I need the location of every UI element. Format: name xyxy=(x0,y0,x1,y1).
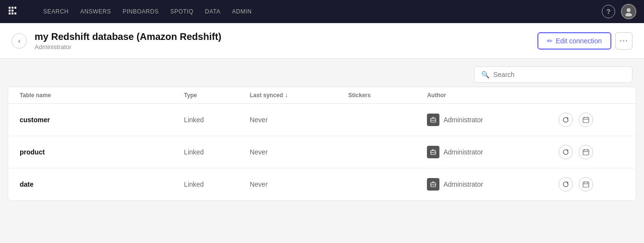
help-button[interactable]: ? xyxy=(602,5,615,18)
table-row: customer Linked Never Administrator xyxy=(8,104,636,136)
nav-right: ? xyxy=(602,4,636,19)
content-area: 🔍 Table name Type Last synced ↓ Stickers… xyxy=(0,59,644,201)
top-nav: Search Answers Pinboards SpotIQ Data Adm… xyxy=(0,0,644,23)
edit-connection-button[interactable]: ✏ Edit connection xyxy=(537,32,611,50)
nav-spotiq[interactable]: SpotIQ xyxy=(165,5,198,18)
col-header-author: Author xyxy=(427,92,559,99)
col-header-actions xyxy=(559,92,624,99)
page-title: my Redshift database (Amazon Redshift) xyxy=(35,31,537,42)
action-icons-1 xyxy=(559,145,593,159)
page-header: ‹ my Redshift database (Amazon Redshift)… xyxy=(0,23,644,59)
cell-author-1: Administrator xyxy=(427,146,559,158)
svg-rect-7 xyxy=(14,13,16,14)
sync-button-2[interactable] xyxy=(559,177,573,192)
nav-pinboards[interactable]: Pinboards xyxy=(118,5,163,18)
calendar-button-1[interactable] xyxy=(579,145,593,159)
more-options-button[interactable]: ··· xyxy=(615,32,632,50)
calendar-button-2[interactable] xyxy=(579,177,593,192)
back-arrow-icon: ‹ xyxy=(18,37,21,45)
col-header-type: Type xyxy=(184,92,250,99)
cell-author-0: Administrator xyxy=(427,114,559,126)
user-avatar[interactable] xyxy=(621,4,636,19)
cell-author-2: Administrator xyxy=(427,178,559,191)
nav-search[interactable]: Search xyxy=(38,5,73,18)
pencil-icon: ✏ xyxy=(547,37,553,45)
cell-table-name-0: customer xyxy=(20,116,184,124)
page-subtitle: Administrator xyxy=(35,43,537,51)
cell-last-synced-0: Never xyxy=(250,116,348,124)
svg-rect-0 xyxy=(9,7,11,9)
sort-down-icon: ↓ xyxy=(285,92,288,99)
svg-rect-12 xyxy=(583,117,589,123)
svg-point-9 xyxy=(625,13,632,16)
calendar-button-0[interactable] xyxy=(579,113,593,127)
more-icon: ··· xyxy=(620,36,628,46)
svg-rect-4 xyxy=(12,10,13,12)
svg-rect-5 xyxy=(9,13,11,14)
back-button[interactable]: ‹ xyxy=(12,33,27,49)
nav-answers[interactable]: Answers xyxy=(75,5,116,18)
svg-rect-6 xyxy=(12,13,13,14)
nav-data[interactable]: Data xyxy=(200,5,225,18)
col-header-stickers: Stickers xyxy=(348,92,427,99)
table-row: product Linked Never Administrator xyxy=(8,136,636,168)
header-actions: ✏ Edit connection ··· xyxy=(537,32,632,50)
nav-admin[interactable]: Admin xyxy=(227,5,256,18)
svg-rect-2 xyxy=(14,7,16,9)
sync-button-0[interactable] xyxy=(559,113,573,127)
author-briefcase-icon-0 xyxy=(427,114,439,126)
nav-links: Search Answers Pinboards SpotIQ Data Adm… xyxy=(38,5,590,18)
cell-table-name-1: product xyxy=(20,148,184,156)
edit-connection-label: Edit connection xyxy=(556,37,602,45)
author-briefcase-icon-2 xyxy=(427,178,439,191)
sync-button-1[interactable] xyxy=(559,145,573,159)
svg-rect-24 xyxy=(583,182,589,187)
logo[interactable] xyxy=(8,4,23,19)
svg-point-8 xyxy=(627,8,631,12)
search-input[interactable] xyxy=(493,71,625,78)
svg-rect-3 xyxy=(9,10,11,12)
action-icons-0 xyxy=(559,113,593,127)
cell-actions-2 xyxy=(559,177,624,192)
action-icons-2 xyxy=(559,177,593,192)
col-header-table-name: Table name xyxy=(20,92,184,99)
cell-type-0: Linked xyxy=(184,116,250,124)
col-header-last-synced[interactable]: Last synced ↓ xyxy=(250,92,348,99)
cell-type-1: Linked xyxy=(184,148,250,156)
cell-last-synced-2: Never xyxy=(250,180,348,188)
table-header: Table name Type Last synced ↓ Stickers A… xyxy=(8,87,636,104)
cell-actions-0 xyxy=(559,113,624,127)
svg-rect-1 xyxy=(12,7,13,9)
search-row: 🔍 xyxy=(0,59,644,87)
author-briefcase-icon-1 xyxy=(427,146,439,158)
cell-type-2: Linked xyxy=(184,180,250,188)
table-row: date Linked Never Administrator xyxy=(8,168,636,200)
search-box: 🔍 xyxy=(474,66,632,83)
svg-rect-18 xyxy=(583,150,589,155)
cell-table-name-2: date xyxy=(20,180,184,188)
cell-last-synced-1: Never xyxy=(250,148,348,156)
table-container: Table name Type Last synced ↓ Stickers A… xyxy=(8,87,636,201)
cell-actions-1 xyxy=(559,145,624,159)
search-icon: 🔍 xyxy=(481,71,489,78)
page-title-group: my Redshift database (Amazon Redshift) A… xyxy=(35,31,537,51)
